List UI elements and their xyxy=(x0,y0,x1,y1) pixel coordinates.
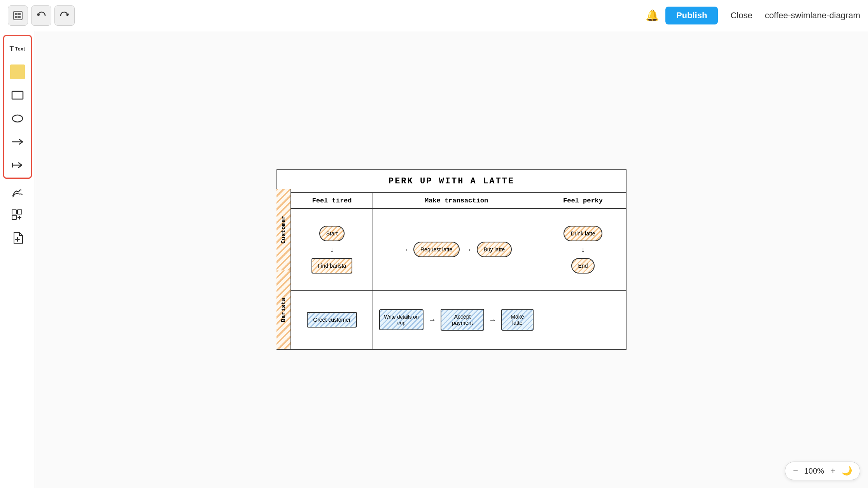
file-add-icon xyxy=(11,231,24,244)
buy-latte-node[interactable]: Buy latte xyxy=(477,242,512,257)
customer-feel-tired-cell: Start ↓ Find barista xyxy=(291,209,373,290)
arrow-request-to-buy: → xyxy=(464,245,472,254)
make-latte-node[interactable]: Make latte xyxy=(501,309,534,331)
grid-add-icon xyxy=(11,209,24,222)
svg-rect-12 xyxy=(12,210,16,214)
zoom-level: 100% xyxy=(804,467,824,476)
toolbar-left xyxy=(8,5,75,26)
write-details-text: Write details on cup xyxy=(384,314,418,326)
zoom-controls: − 100% + 🌙 xyxy=(785,462,860,480)
sidebar: T Text xyxy=(0,31,35,488)
canvas[interactable]: PERK UP WITH A LATTE Feel tired Make tra… xyxy=(35,31,868,488)
barista-lane-row: Greet customer Write details on cup → Ac… xyxy=(291,291,626,349)
rectangle-tool[interactable] xyxy=(6,85,29,105)
undo-button[interactable] xyxy=(31,5,51,26)
ellipse-tool[interactable] xyxy=(6,108,29,129)
sticky-note-tool[interactable] xyxy=(6,62,29,82)
barista-make-transaction-cell: Write details on cup → Accept payment → … xyxy=(373,291,540,349)
line-tool[interactable] xyxy=(6,132,29,152)
col-feel-perky-header: Feel perky xyxy=(540,193,626,208)
svg-rect-3 xyxy=(15,16,18,18)
diagram-wrapper: PERK UP WITH A LATTE Feel tired Make tra… xyxy=(276,169,626,350)
col-make-transaction-header: Make transaction xyxy=(373,193,540,208)
scribble-tool[interactable] xyxy=(6,183,29,203)
customer-feel-perky-cell: Drink latte ↓ End xyxy=(540,209,626,290)
accept-payment-node[interactable]: Accept payment xyxy=(441,309,484,331)
arrow-accept-to-make: → xyxy=(489,315,497,324)
svg-rect-13 xyxy=(18,210,22,214)
end-node[interactable]: End xyxy=(571,258,595,274)
svg-point-6 xyxy=(12,115,23,122)
svg-rect-5 xyxy=(12,91,23,99)
lane-labels: Customer Barista xyxy=(276,189,291,350)
customer-lane-row: Start ↓ Find barista → Request latte → xyxy=(291,209,626,291)
swimlane-diagram: PERK UP WITH A LATTE Feel tired Make tra… xyxy=(276,169,626,350)
customer-make-transaction-cell: → Request latte → Buy latte xyxy=(373,209,540,290)
request-latte-node[interactable]: Request latte xyxy=(413,242,460,257)
arrow-find-to-request: → xyxy=(401,245,409,254)
rectangle-icon xyxy=(11,89,24,102)
dark-mode-button[interactable]: 🌙 xyxy=(842,466,852,476)
tool-group-selected: T Text xyxy=(3,35,32,179)
barista-feel-tired-cell: Greet customer xyxy=(291,291,373,349)
barista-make-trans-inner: Write details on cup → Accept payment → … xyxy=(373,309,540,331)
find-barista-node[interactable]: Find barista xyxy=(312,258,352,274)
svg-rect-4 xyxy=(18,16,21,18)
col-feel-tired-header: Feel tired xyxy=(291,193,373,208)
document-title: coffee-swimlane-diagram xyxy=(765,10,860,21)
arrow-icon xyxy=(11,159,24,172)
line-icon xyxy=(11,135,24,148)
home-button[interactable] xyxy=(8,5,28,26)
arrow-drink-to-end: ↓ xyxy=(581,245,585,254)
text-tool-label: T xyxy=(10,45,14,53)
column-headers: Feel tired Make transaction Feel perky xyxy=(291,193,626,209)
ellipse-icon xyxy=(11,112,24,125)
start-node[interactable]: Start xyxy=(319,226,345,241)
sticky-note-icon xyxy=(10,64,25,79)
diagram-title: PERK UP WITH A LATTE xyxy=(277,170,626,193)
text-tool[interactable]: T Text xyxy=(6,38,29,59)
customer-lane-label: Customer xyxy=(276,189,290,270)
svg-rect-0 xyxy=(14,11,22,20)
svg-rect-14 xyxy=(12,215,16,220)
publish-button[interactable]: Publish xyxy=(665,7,718,24)
text-tool-text: Text xyxy=(15,46,25,52)
grid-add-tool[interactable] xyxy=(6,205,29,225)
zoom-in-button[interactable]: + xyxy=(830,466,835,476)
zoom-out-button[interactable]: − xyxy=(793,466,798,476)
arrow-write-to-accept: → xyxy=(428,315,436,324)
svg-rect-2 xyxy=(18,13,21,15)
close-button[interactable]: Close xyxy=(724,7,758,24)
file-add-tool[interactable] xyxy=(6,228,29,248)
notifications-icon[interactable]: 🔔 xyxy=(646,9,659,22)
redo-button[interactable] xyxy=(54,5,75,26)
barista-feel-perky-cell xyxy=(540,291,626,349)
arrow-start-to-find: ↓ xyxy=(330,245,334,254)
drink-latte-node[interactable]: Drink latte xyxy=(564,226,602,241)
customer-make-trans-inner: → Request latte → Buy latte xyxy=(395,242,518,257)
toolbar-right: 🔔 Publish Close coffee-swimlane-diagram xyxy=(646,7,860,24)
write-details-node[interactable]: Write details on cup xyxy=(379,309,424,330)
barista-lane-label: Barista xyxy=(276,270,290,350)
svg-rect-1 xyxy=(15,13,18,15)
toolbar: 🔔 Publish Close coffee-swimlane-diagram xyxy=(0,0,868,31)
arrow-tool[interactable] xyxy=(6,155,29,175)
greet-customer-node[interactable]: Greet customer xyxy=(307,312,357,328)
scribble-icon xyxy=(11,186,24,199)
